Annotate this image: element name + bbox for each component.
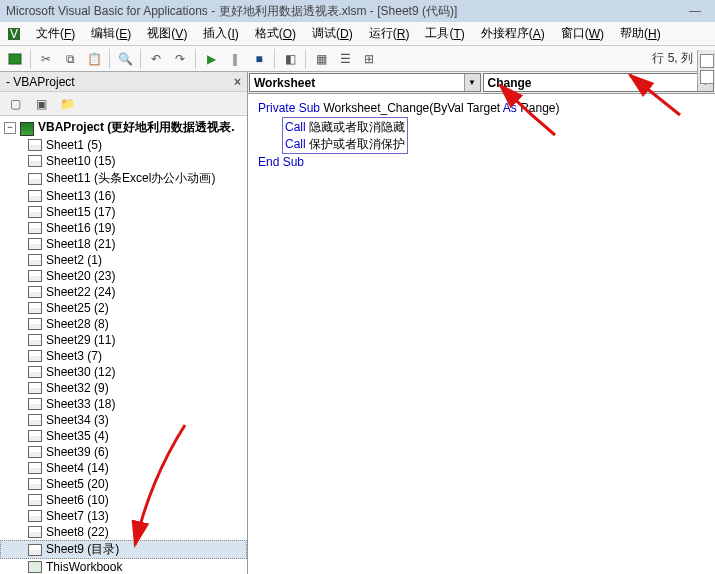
sheet-icon [28,478,42,490]
combo-row: Worksheet ▼ Change ▼ [248,72,715,94]
sheet-icon [28,254,42,266]
project-icon [20,122,34,134]
copy-icon[interactable]: ⧉ [59,48,81,70]
sheet-icon [28,544,42,556]
tree-item[interactable]: Sheet39 (6) [0,444,247,460]
vba-app-icon: V [4,24,24,44]
view-code-icon[interactable]: ▢ [4,93,26,115]
tree-item[interactable]: Sheet3 (7) [0,348,247,364]
menu-插入[interactable]: 插入(I) [195,22,246,45]
procedure-combo[interactable]: Change ▼ [483,73,715,92]
chevron-down-icon[interactable]: ▼ [464,74,480,91]
stop-icon[interactable]: ■ [248,48,270,70]
title-text: Microsoft Visual Basic for Applications … [6,3,457,20]
sheet-icon [28,155,42,167]
sheet-icon [28,430,42,442]
menu-调试[interactable]: 调试(D) [304,22,361,45]
tree-item[interactable]: Sheet33 (18) [0,396,247,412]
tree-item[interactable]: Sheet1 (5) [0,137,247,153]
redo-icon[interactable]: ↷ [169,48,191,70]
sheet-icon [28,139,42,151]
sheet-icon [28,398,42,410]
tree-item[interactable]: Sheet13 (16) [0,188,247,204]
tree-item[interactable]: Sheet5 (20) [0,476,247,492]
tree-item[interactable]: Sheet28 (8) [0,316,247,332]
project-tree[interactable]: − VBAProject (更好地利用数据透视表. Sheet1 (5)Shee… [0,116,247,574]
tree-item[interactable]: Sheet16 (19) [0,220,247,236]
tree-item[interactable]: Sheet35 (4) [0,428,247,444]
sheet-icon [28,510,42,522]
tree-item[interactable]: Sheet11 (头条Excel办公小动画) [0,169,247,188]
undo-icon[interactable]: ↶ [145,48,167,70]
project-toolbar: ▢ ▣ 📁 [0,92,247,116]
tree-item[interactable]: Sheet6 (10) [0,492,247,508]
find-icon[interactable]: 🔍 [114,48,136,70]
tool-icon[interactable] [700,70,714,84]
toggle-folders-icon[interactable]: 📁 [56,93,78,115]
tree-item[interactable]: Sheet30 (12) [0,364,247,380]
sheet-icon [28,561,42,573]
sheet-icon [28,350,42,362]
menu-帮助[interactable]: 帮助(H) [612,22,669,45]
view-excel-icon[interactable] [4,48,26,70]
tree-item[interactable]: Sheet7 (13) [0,508,247,524]
menu-工具[interactable]: 工具(T) [417,22,472,45]
sheet-icon [28,270,42,282]
sheet-icon [28,526,42,538]
sheet-icon [28,238,42,250]
menu-bar: V 文件(F)编辑(E)视图(V)插入(I)格式(O)调试(D)运行(R)工具(… [0,22,715,46]
menu-运行[interactable]: 运行(R) [361,22,418,45]
tree-item[interactable]: Sheet20 (23) [0,268,247,284]
sheet-icon [28,366,42,378]
tree-item[interactable]: Sheet2 (1) [0,252,247,268]
menu-编辑[interactable]: 编辑(E) [83,22,139,45]
tree-item[interactable]: ThisWorkbook [0,559,247,574]
right-tool-strip [697,50,715,84]
menu-视图[interactable]: 视图(V) [139,22,195,45]
sheet-icon [28,382,42,394]
menu-格式[interactable]: 格式(O) [247,22,304,45]
tree-item[interactable]: Sheet18 (21) [0,236,247,252]
code-editor[interactable]: Private Sub Worksheet_Change(ByVal Targe… [248,94,715,574]
tree-item[interactable]: Sheet4 (14) [0,460,247,476]
call-block: Call 隐藏或者取消隐藏 Call 保护或者取消保护 [282,117,408,155]
project-root[interactable]: − VBAProject (更好地利用数据透视表. [0,118,247,137]
tree-item[interactable]: Sheet32 (9) [0,380,247,396]
object-combo[interactable]: Worksheet ▼ [249,73,481,92]
project-explorer-title: - VBAProject × [0,72,247,92]
menu-外接程序[interactable]: 外接程序(A) [473,22,553,45]
view-object-icon[interactable]: ▣ [30,93,52,115]
run-icon[interactable]: ▶ [200,48,222,70]
tree-item[interactable]: Sheet34 (3) [0,412,247,428]
sheet-icon [28,302,42,314]
svg-rect-2 [9,54,21,64]
sheet-icon [28,494,42,506]
sheet-icon [28,318,42,330]
sheet-icon [28,222,42,234]
tree-item[interactable]: Sheet25 (2) [0,300,247,316]
tree-item[interactable]: Sheet9 (目录) [0,540,247,559]
cut-icon[interactable]: ✂ [35,48,57,70]
design-mode-icon[interactable]: ◧ [279,48,301,70]
sheet-icon [28,173,42,185]
tree-item[interactable]: Sheet22 (24) [0,284,247,300]
tree-item[interactable]: Sheet10 (15) [0,153,247,169]
properties-icon[interactable]: ☰ [334,48,356,70]
menu-窗口[interactable]: 窗口(W) [553,22,612,45]
paste-icon[interactable]: 📋 [83,48,105,70]
sheet-icon [28,206,42,218]
code-window: Worksheet ▼ Change ▼ Private Sub Workshe… [248,72,715,574]
menu-文件[interactable]: 文件(F) [28,22,83,45]
tool-icon[interactable] [700,54,714,68]
tree-item[interactable]: Sheet15 (17) [0,204,247,220]
tree-item[interactable]: Sheet29 (11) [0,332,247,348]
sheet-icon [28,462,42,474]
tree-item[interactable]: Sheet8 (22) [0,524,247,540]
minimize-button[interactable]: — [681,4,709,18]
collapse-icon[interactable]: − [4,122,16,134]
object-browser-icon[interactable]: ⊞ [358,48,380,70]
pause-icon[interactable]: ‖ [224,48,246,70]
svg-text:V: V [10,27,18,41]
project-explorer-icon[interactable]: ▦ [310,48,332,70]
close-panel-icon[interactable]: × [234,75,241,89]
